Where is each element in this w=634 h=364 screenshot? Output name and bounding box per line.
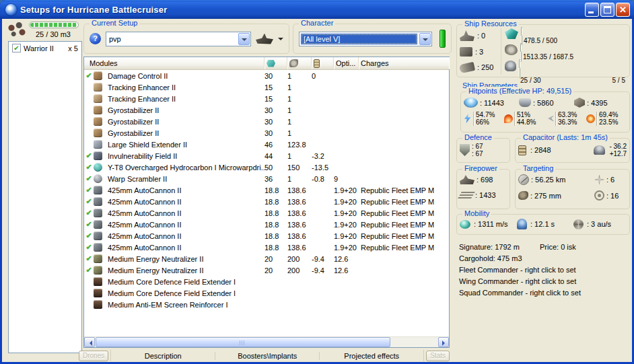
drone-list-item[interactable]: ✔Warrior IIx 5 (9, 42, 81, 52)
launcher-hardpoints-value: : 3 (475, 48, 483, 56)
launcher-hardpoints-icon (460, 47, 472, 57)
max-targets-icon (594, 175, 604, 185)
module-row[interactable]: ✔425mm AutoCannon II18.8138.61.9+20Repub… (84, 242, 449, 253)
cpu-icon (267, 60, 275, 67)
titlebar[interactable]: Setups for Hurricane Battlecruiser ✕ (0, 0, 634, 19)
sensor-strength: : 16 (606, 192, 627, 200)
module-row[interactable]: ✔Y-T8 Overcharged Hydrocarbon I Microwar… (84, 161, 449, 173)
mobility-group: Mobility : 1311 m/s : 12.1 s : 3 au/s (456, 214, 630, 235)
module-row[interactable]: Gyrostabilizer II301 (84, 127, 449, 139)
squad-commander-text[interactable]: Squad Commander - right click to set (459, 287, 631, 299)
price-text: Price: 0 isk (540, 242, 576, 253)
fitted-check-icon: ✔ (85, 220, 92, 228)
bottom-tab[interactable]: Projected effects (320, 352, 423, 360)
gyrostabilizer-icon (94, 129, 102, 137)
module-row[interactable]: ✔Damage Control II3010 (84, 70, 449, 81)
fitted-check-icon: ✔ (85, 266, 92, 274)
defence-group: Defence : 67: 67 (456, 138, 510, 163)
drones-button[interactable]: Drones (79, 351, 108, 361)
capacitor-recharge-icon (594, 145, 605, 155)
modules-column-header[interactable]: Modules (84, 57, 265, 69)
energy-neutralizer-icon (94, 266, 102, 275)
fleet-commander-text[interactable]: Fleet Commander - right click to set (459, 264, 631, 276)
module-row[interactable]: Gyrostabilizer II301 (84, 116, 449, 127)
scrollbar-track[interactable] (95, 337, 438, 347)
armor-hp-value: : 5860 (533, 99, 554, 107)
scroll-left-icon[interactable] (84, 337, 95, 347)
close-button[interactable]: ✕ (616, 3, 630, 17)
module-row[interactable]: ✔425mm AutoCannon II18.8138.61.9+20Repub… (84, 196, 449, 207)
bottom-tab[interactable]: Boosters\Implants (215, 352, 320, 360)
em-resist-icon (463, 114, 472, 123)
module-row[interactable]: ✔425mm AutoCannon II18.8138.61.9+20Repub… (84, 207, 449, 219)
warp-scrambler-icon (94, 174, 102, 183)
scroll-right-icon[interactable] (438, 337, 449, 347)
setup-combobox[interactable]: pvp (106, 32, 251, 46)
maximize-button[interactable] (600, 3, 614, 17)
charges-column-header[interactable]: Charges (359, 57, 449, 69)
thermal-armor-resist: 44.8% (517, 118, 536, 126)
autocannon-icon (94, 220, 102, 229)
rig-icon (94, 300, 102, 309)
firepower-dps: : 698 (477, 176, 493, 184)
horizontal-scrollbar[interactable] (84, 336, 449, 347)
ship-menu-caret-icon[interactable] (278, 38, 283, 43)
targeting-range-icon (518, 174, 529, 185)
hitpoints-label: Hitpoints (Effective HP: 49,515) (466, 87, 573, 95)
module-row[interactable]: ✔425mm AutoCannon II18.8138.61.9+20Repub… (84, 230, 449, 242)
wing-commander-text[interactable]: Wing Commander - right click to set (459, 276, 631, 287)
align-time-icon (517, 219, 527, 229)
firepower-group: Firepower : 698 : 1433 (456, 169, 510, 209)
powergrid-column-header[interactable] (287, 57, 312, 69)
cpu-column-header[interactable] (265, 57, 287, 69)
bottom-tabs: DescriptionBoosters\ImplantsProjected ef… (110, 350, 424, 361)
drone-name: Warrior II (24, 44, 65, 52)
module-row[interactable]: ✔Warp Scrambler II361-0.89 (84, 173, 449, 184)
module-row[interactable]: Medium Core Defence Field Extender I (84, 287, 449, 299)
damage-control-icon (94, 71, 102, 80)
module-row[interactable]: Medium Core Defence Field Extender I (84, 276, 449, 287)
module-row[interactable]: ✔425mm AutoCannon II18.8138.61.9+20Repub… (84, 219, 449, 230)
module-row[interactable]: ✔Invulnerability Field II441-3.2 (84, 150, 449, 161)
character-combobox-dropdown-icon[interactable] (419, 33, 431, 45)
module-row[interactable]: Large Shield Extender II46123.8 (84, 139, 449, 150)
sensor-strength-icon (594, 190, 604, 201)
setup-combobox-dropdown-icon[interactable] (238, 33, 250, 45)
drone-list[interactable]: ✔Warrior IIx 5 (8, 41, 82, 353)
ship-summary: Signature: 1792 m Price: 0 isk Cargohold… (459, 242, 631, 299)
module-row[interactable]: Gyrostabilizer II301 (84, 104, 449, 116)
module-row[interactable]: Medium Anti-EM Screen Reinforcer I (84, 299, 449, 310)
align-time: : 12.1 s (530, 220, 570, 228)
max-velocity: : 1311 m/s (474, 220, 514, 228)
targeting-range: : 56.25 km (531, 176, 592, 184)
fitted-check-icon: ✔ (85, 163, 92, 171)
bottom-tab[interactable]: Description (111, 352, 215, 360)
minimize-button[interactable] (585, 3, 599, 17)
em-armor-resist: 66% (476, 118, 489, 126)
microwarpdrive-icon (94, 163, 102, 172)
module-row[interactable]: ✔Medium Energy Neutralizer II20200-9.412… (84, 264, 449, 276)
scrollbar-thumb[interactable] (96, 337, 390, 347)
drone-checkbox[interactable]: ✔ (12, 44, 21, 52)
help-icon[interactable]: ? (90, 33, 101, 44)
armor-hp-icon (519, 98, 531, 107)
max-targets: : 6 (606, 176, 627, 184)
modules-table-header[interactable]: Modules Opti... Charges (84, 57, 449, 70)
module-row[interactable]: Tracking Enhancer II151 (84, 81, 449, 93)
dronebay-bar (519, 59, 520, 78)
module-row[interactable]: ✔Medium Energy Neutralizer II20200-9.412… (84, 253, 449, 264)
capacitor-icon (314, 59, 320, 68)
ship-resources-group: Ship Resources : 0 : 3 : 250 478.5 / 500 (456, 24, 630, 77)
targeting-label: Targeting (521, 164, 555, 172)
opti-column-header[interactable]: Opti... (334, 57, 359, 69)
calibration-value: : 250 (477, 63, 493, 71)
stats-button[interactable]: Stats (426, 351, 450, 361)
maximize-icon (604, 6, 611, 13)
module-row[interactable]: Tracking Enhancer II151 (84, 93, 449, 104)
capacitor-column-header[interactable] (312, 57, 334, 69)
character-skills-indicator (439, 30, 446, 48)
ship-menu-icon[interactable] (256, 34, 273, 44)
module-row[interactable]: ✔425mm AutoCannon II18.8138.61.9+20Repub… (84, 184, 449, 196)
explosive-shield-resist: 69.4% (599, 111, 618, 118)
character-combobox[interactable]: [All level V] (299, 32, 432, 46)
